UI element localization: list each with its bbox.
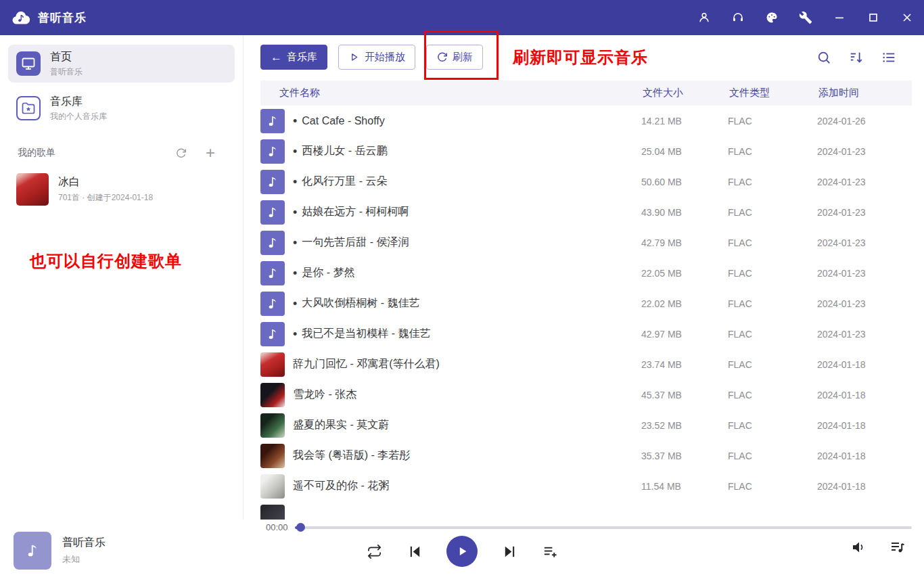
file-date: 2024-01-23: [817, 268, 924, 279]
music-note-icon: [265, 144, 280, 159]
file-date: 2024-01-18: [817, 390, 924, 400]
table-row[interactable]: [244, 501, 924, 520]
add-playlist-icon[interactable]: +: [204, 146, 217, 160]
file-type: FLAC: [728, 177, 817, 187]
table-row[interactable]: 遥不可及的你 - 花粥 11.54 MB FLAC 2024-01-18: [244, 471, 924, 501]
refresh-button[interactable]: 刷新: [426, 45, 483, 70]
file-date: 2024-01-23: [817, 146, 924, 157]
table-row[interactable]: 雪龙吟 - 张杰 45.37 MB FLAC 2024-01-18: [244, 380, 924, 410]
sidebar: 首页 普听音乐 音乐库 我的个人音乐库 我的歌单: [0, 35, 244, 520]
column-file-size[interactable]: 文件大小: [643, 87, 729, 99]
start-play-label: 开始播放: [365, 51, 405, 64]
file-size: 45.37 MB: [641, 390, 728, 400]
file-art: [260, 109, 285, 133]
column-file-name[interactable]: 文件名称: [279, 87, 643, 99]
previous-track-icon[interactable]: [406, 543, 423, 560]
theme-palette-icon[interactable]: [764, 10, 779, 25]
back-to-library-button[interactable]: ← 音乐库: [260, 45, 327, 70]
now-playing-title: 普听音乐: [62, 536, 106, 550]
file-art: [260, 261, 285, 285]
file-art: [260, 322, 285, 346]
settings-wrench-icon[interactable]: [798, 10, 813, 25]
maximize-button[interactable]: [866, 10, 881, 25]
table-row[interactable]: • 西楼儿女 - 岳云鹏 25.04 MB FLAC 2024-01-23: [244, 136, 924, 166]
column-file-type[interactable]: 文件类型: [729, 87, 818, 99]
new-dot: •: [293, 145, 297, 158]
table-row[interactable]: • 我已不是当初模样 - 魏佳艺 42.97 MB FLAC 2024-01-2…: [244, 319, 924, 349]
close-button[interactable]: [900, 10, 915, 25]
annotation-create-playlist: 也可以自行创建歌单: [30, 250, 235, 272]
new-dot: •: [293, 328, 297, 340]
file-size: 35.37 MB: [641, 451, 728, 461]
file-type: FLAC: [728, 268, 817, 279]
sort-icon[interactable]: [848, 49, 864, 66]
file-name: 盛夏的果实 - 莫文蔚: [293, 418, 389, 432]
home-monitor-icon: [16, 51, 41, 76]
app-window: 普听音乐: [0, 0, 924, 575]
refresh-label: 刷新: [453, 51, 473, 64]
seek-bar[interactable]: [295, 526, 912, 529]
file-type: FLAC: [728, 329, 817, 340]
sidebar-item-library[interactable]: 音乐库 我的个人音乐库: [8, 89, 235, 127]
next-track-icon[interactable]: [501, 543, 518, 560]
sidebar-item-home[interactable]: 首页 普听音乐: [8, 45, 235, 83]
player-bar: 00:00 普听音乐 未知: [0, 520, 924, 575]
headset-support-icon[interactable]: [731, 10, 745, 25]
file-size: 25.04 MB: [641, 146, 728, 157]
table-row[interactable]: • 化风行万里 - 云朵 50.60 MB FLAC 2024-01-23: [244, 166, 924, 197]
table-row[interactable]: • 姑娘在远方 - 柯柯柯啊 43.90 MB FLAC 2024-01-23: [244, 197, 924, 227]
table-row[interactable]: • 大风吹倒梧桐树 - 魏佳艺 22.02 MB FLAC 2024-01-23: [244, 288, 924, 319]
file-size: 42.79 MB: [641, 237, 728, 248]
play-button[interactable]: [446, 536, 478, 567]
play-queue-icon[interactable]: [889, 538, 906, 556]
titlebar: 普听音乐: [0, 0, 924, 35]
file-date: 2024-01-18: [817, 420, 924, 431]
back-arrow-icon: ←: [271, 51, 282, 63]
volume-icon[interactable]: [850, 538, 867, 556]
seek-handle[interactable]: [296, 523, 305, 532]
new-dot: •: [293, 237, 297, 249]
file-name: 我会等 (粤语版) - 李若彤: [293, 448, 410, 463]
table-row[interactable]: 盛夏的果实 - 莫文蔚 23.52 MB FLAC 2024-01-18: [244, 410, 924, 440]
file-date: 2024-01-23: [817, 298, 924, 309]
file-date: 2024-01-23: [817, 207, 924, 218]
new-dot: •: [293, 115, 297, 127]
minimize-button[interactable]: [832, 10, 847, 25]
file-name: 姑娘在远方 - 柯柯柯啊: [302, 205, 409, 219]
refresh-playlists-icon[interactable]: [174, 146, 187, 160]
music-note-icon: [265, 327, 280, 342]
repeat-mode-icon[interactable]: [365, 543, 383, 560]
search-icon[interactable]: [816, 49, 832, 66]
refresh-icon: [436, 51, 448, 63]
user-account-icon[interactable]: [697, 10, 712, 25]
table-row[interactable]: 辞九门回忆 - 邓寓君(等什么君) 23.74 MB FLAC 2024-01-…: [244, 349, 924, 380]
file-art: [260, 505, 285, 520]
file-type: FLAC: [728, 116, 817, 127]
file-art: [260, 139, 285, 164]
file-name: 西楼儿女 - 岳云鹏: [302, 144, 387, 158]
table-row[interactable]: 我会等 (粤语版) - 李若彤 35.37 MB FLAC 2024-01-18: [244, 440, 924, 471]
new-dot: •: [293, 298, 297, 310]
nav-title-library: 音乐库: [50, 95, 107, 109]
music-note-icon: [265, 205, 280, 220]
play-outline-icon: [348, 51, 360, 63]
cloud-music-logo-icon: [9, 8, 32, 27]
column-date-added[interactable]: 添加时间: [818, 87, 912, 99]
add-to-playlist-icon[interactable]: [541, 543, 559, 560]
back-button-label: 音乐库: [287, 51, 317, 64]
file-name: 一句先苦后甜 - 侯泽润: [302, 235, 409, 250]
playback-controls: [365, 536, 559, 567]
playlist-item-bingbai[interactable]: 冰白 701首 · 创建于2024-01-18: [8, 166, 235, 212]
file-date: 2024-01-18: [817, 359, 924, 370]
my-playlists-label: 我的歌单: [18, 147, 55, 159]
library-folder-star-icon: [16, 96, 41, 120]
file-size: 23.52 MB: [641, 420, 728, 431]
start-play-button[interactable]: 开始播放: [338, 45, 415, 70]
view-list-icon[interactable]: [881, 49, 897, 66]
table-row[interactable]: • 一句先苦后甜 - 侯泽润 42.79 MB FLAC 2024-01-23: [244, 227, 924, 258]
table-row[interactable]: • 是你 - 梦然 22.05 MB FLAC 2024-01-23: [244, 258, 924, 288]
nav-subtitle-library: 我的个人音乐库: [50, 111, 107, 122]
file-type: FLAC: [728, 451, 817, 461]
titlebar-actions: [697, 10, 915, 25]
table-row[interactable]: • Cat Cafe - Shoffy 14.21 MB FLAC 2024-0…: [244, 106, 924, 136]
